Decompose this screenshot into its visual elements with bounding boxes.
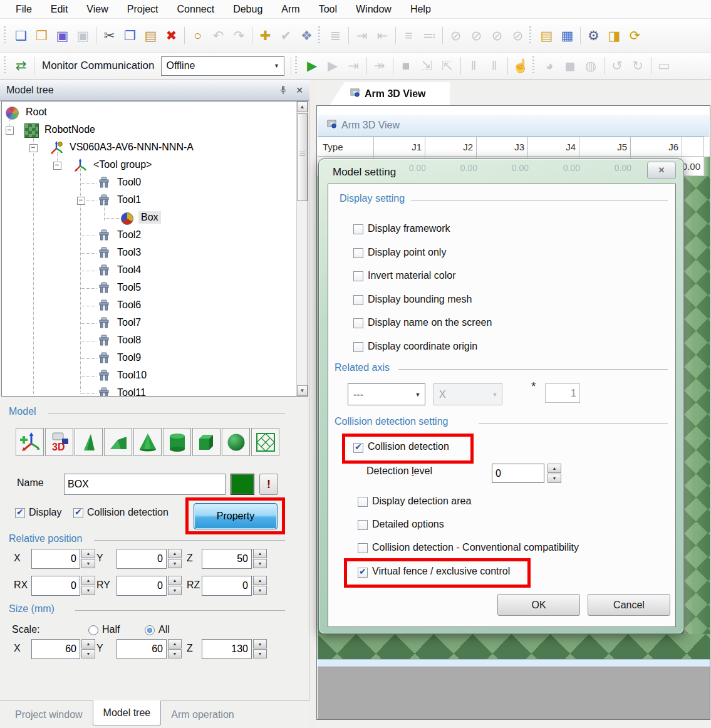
spin-up-icon[interactable]: ▲ bbox=[168, 639, 182, 648]
search-icon[interactable]: ○ bbox=[187, 25, 208, 46]
checkbox-display-point-only[interactable] bbox=[353, 248, 363, 258]
tree-item-robotnode[interactable]: RobotNode bbox=[42, 123, 98, 136]
collision-detection-checkbox[interactable] bbox=[73, 508, 83, 518]
toolbar-grip[interactable] bbox=[295, 56, 299, 75]
color-swatch[interactable] bbox=[231, 474, 254, 495]
sync-icon[interactable]: ⇄ bbox=[11, 56, 31, 76]
tree-item-tool8[interactable]: Tool8 bbox=[115, 334, 143, 346]
checkbox-display-bounding-mesh[interactable] bbox=[353, 295, 363, 305]
mesh-model-button[interactable] bbox=[251, 428, 279, 456]
tree-item-tool7[interactable]: Tool7 bbox=[115, 316, 143, 329]
spin-up-icon[interactable]: ▲ bbox=[253, 549, 267, 558]
tree-item-tool2[interactable]: Tool2 bbox=[115, 229, 143, 241]
size-y-input[interactable] bbox=[117, 640, 166, 658]
menu-arm[interactable]: Arm bbox=[272, 0, 309, 19]
checkbox-invert-material-color[interactable] bbox=[353, 271, 363, 281]
scale-half-radio[interactable] bbox=[88, 625, 98, 635]
size-z-input[interactable] bbox=[202, 640, 251, 658]
display-checkbox[interactable] bbox=[15, 508, 25, 518]
relative-rx-input[interactable] bbox=[32, 576, 80, 595]
export-icon[interactable]: ❖ bbox=[296, 25, 317, 46]
tree-item-tool11[interactable]: Tool11 bbox=[115, 387, 148, 397]
spin-down-icon[interactable]: ▼ bbox=[253, 586, 267, 595]
cone-model-button[interactable] bbox=[133, 428, 162, 456]
ramp-model-button[interactable] bbox=[104, 428, 132, 456]
checkbox-detailed-options[interactable] bbox=[358, 520, 368, 530]
dialog-close-button[interactable]: ✕ bbox=[647, 162, 676, 179]
relative-y-input[interactable] bbox=[117, 549, 166, 568]
collision-detection-dialog-checkbox[interactable] bbox=[353, 443, 363, 453]
tree-item--tool-group-[interactable]: <Tool group> bbox=[91, 159, 154, 171]
menu-debug[interactable]: Debug bbox=[224, 0, 272, 19]
arm-warning-icon[interactable]: ⟳ bbox=[625, 25, 645, 46]
spin-down-icon[interactable]: ▼ bbox=[81, 586, 95, 595]
arm-pose-icon[interactable]: ⚙ bbox=[583, 25, 604, 46]
property-button[interactable]: Property bbox=[194, 503, 278, 529]
run-program-icon[interactable]: ▶ bbox=[302, 56, 323, 76]
spin-down-icon[interactable]: ▼ bbox=[548, 474, 561, 483]
menu-project[interactable]: Project bbox=[118, 0, 168, 19]
related-axis-combo[interactable]: --- ▼ bbox=[348, 383, 425, 405]
cancel-button[interactable]: Cancel bbox=[588, 594, 670, 616]
checkbox-collision-detection-conventional-compatibility[interactable] bbox=[358, 543, 368, 553]
cylinder-model-button[interactable] bbox=[163, 428, 191, 456]
scrollbar-thumb[interactable] bbox=[297, 113, 308, 201]
pin-icon[interactable] bbox=[277, 84, 289, 96]
tree-expander[interactable] bbox=[77, 197, 85, 205]
scroll-up-icon[interactable]: ▲ bbox=[297, 101, 308, 112]
paste-icon[interactable]: ▤ bbox=[140, 25, 161, 46]
tree-item-root[interactable]: Root bbox=[23, 106, 49, 118]
name-input[interactable] bbox=[65, 474, 225, 494]
scroll-down-icon[interactable]: ▼ bbox=[297, 385, 308, 396]
add-model-icon[interactable]: ✚ bbox=[255, 25, 276, 46]
tab-model-tree[interactable]: Model tree bbox=[93, 700, 162, 725]
communication-mode-combo[interactable]: Offline▼ bbox=[161, 56, 284, 76]
ok-button[interactable]: OK bbox=[497, 594, 580, 616]
checkbox-display-name-on-the-screen[interactable] bbox=[353, 318, 363, 328]
add-axes-model-button[interactable] bbox=[16, 428, 44, 456]
menu-edit[interactable]: Edit bbox=[41, 0, 78, 19]
save-all-icon[interactable]: ▣ bbox=[52, 25, 73, 46]
tree-expander[interactable] bbox=[6, 127, 14, 135]
spin-up-icon[interactable]: ▲ bbox=[548, 464, 561, 473]
spin-up-icon[interactable]: ▲ bbox=[81, 639, 95, 648]
spin-up-icon[interactable]: ▲ bbox=[81, 549, 95, 558]
relative-z-input[interactable] bbox=[202, 549, 251, 568]
spin-up-icon[interactable]: ▲ bbox=[253, 639, 267, 648]
close-icon[interactable]: ✕ bbox=[293, 84, 306, 96]
spin-down-icon[interactable]: ▼ bbox=[168, 649, 182, 658]
menu-file[interactable]: File bbox=[6, 0, 41, 19]
checkbox-display-detection-area[interactable] bbox=[358, 497, 368, 507]
menu-tool[interactable]: Tool bbox=[309, 0, 346, 19]
arm-payload-icon[interactable]: ◨ bbox=[604, 25, 625, 46]
copy-icon[interactable]: ❐ bbox=[120, 25, 140, 46]
toolbar-grip[interactable] bbox=[529, 26, 534, 45]
sphere-model-button[interactable] bbox=[222, 428, 250, 456]
spin-up-icon[interactable]: ▲ bbox=[81, 576, 95, 585]
detection-level-input[interactable] bbox=[492, 464, 544, 483]
checkbox-display-coordinate-origin[interactable] bbox=[353, 342, 363, 352]
toolbar-grip[interactable] bbox=[4, 26, 8, 45]
tree-item-tool9[interactable]: Tool9 bbox=[115, 351, 143, 364]
spin-down-icon[interactable]: ▼ bbox=[253, 649, 267, 658]
tree-item-tool0[interactable]: Tool0 bbox=[115, 176, 143, 189]
spin-up-icon[interactable]: ▲ bbox=[168, 576, 182, 585]
alert-button[interactable]: ! bbox=[259, 474, 278, 495]
tree-item-vs060a3-av6-nnn-nnn-a[interactable]: VS060A3-AV6-NNN-NNN-A bbox=[67, 141, 196, 153]
spin-down-icon[interactable]: ▼ bbox=[81, 559, 95, 568]
toolbar-grip[interactable] bbox=[318, 26, 323, 45]
relative-ry-input[interactable] bbox=[117, 576, 166, 595]
tree-item-tool6[interactable]: Tool6 bbox=[115, 299, 143, 311]
cube-model-button[interactable] bbox=[192, 428, 221, 456]
size-x-input[interactable] bbox=[32, 640, 80, 658]
menu-help[interactable]: Help bbox=[401, 0, 440, 19]
wedge-model-button[interactable] bbox=[75, 428, 103, 456]
cut-icon[interactable]: ✂ bbox=[99, 25, 120, 46]
spin-down-icon[interactable]: ▼ bbox=[81, 649, 95, 658]
view-3d-button[interactable]: 3D bbox=[45, 428, 73, 456]
relative-x-input[interactable] bbox=[32, 549, 80, 568]
spin-down-icon[interactable]: ▼ bbox=[168, 586, 182, 595]
tree-item-tool4[interactable]: Tool4 bbox=[115, 264, 143, 276]
menu-view[interactable]: View bbox=[77, 0, 117, 19]
menu-connect[interactable]: Connect bbox=[168, 0, 224, 19]
